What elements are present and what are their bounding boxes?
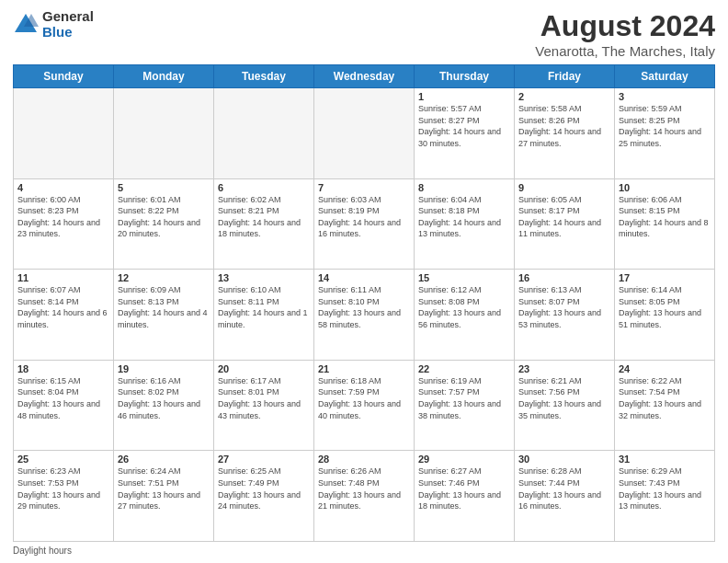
week-row-1: 4Sunrise: 6:00 AMSunset: 8:23 PMDaylight… xyxy=(14,178,715,270)
cell-1-0: 4Sunrise: 6:00 AMSunset: 8:23 PMDaylight… xyxy=(14,178,114,270)
day-info-14: Sunrise: 6:11 AMSunset: 8:10 PMDaylight:… xyxy=(318,284,410,330)
calendar-body: 1Sunrise: 5:57 AMSunset: 8:27 PMDaylight… xyxy=(14,88,715,542)
day-info-23: Sunrise: 6:21 AMSunset: 7:56 PMDaylight:… xyxy=(518,375,610,421)
cell-4-3: 28Sunrise: 6:26 AMSunset: 7:48 PMDayligh… xyxy=(314,451,415,542)
day-number-27: 27 xyxy=(218,454,310,465)
cell-0-3 xyxy=(314,88,415,179)
day-info-1: Sunrise: 5:57 AMSunset: 8:27 PMDaylight:… xyxy=(418,103,510,149)
cell-0-5: 2Sunrise: 5:58 AMSunset: 8:26 PMDaylight… xyxy=(515,88,615,179)
day-number-17: 17 xyxy=(619,272,711,283)
cell-1-6: 10Sunrise: 6:06 AMSunset: 8:15 PMDayligh… xyxy=(615,178,715,270)
cell-4-2: 27Sunrise: 6:25 AMSunset: 7:49 PMDayligh… xyxy=(214,451,314,542)
day-info-17: Sunrise: 6:14 AMSunset: 8:05 PMDaylight:… xyxy=(619,284,711,330)
day-number-25: 25 xyxy=(17,454,109,465)
day-info-19: Sunrise: 6:16 AMSunset: 8:02 PMDaylight:… xyxy=(118,375,210,421)
logo-general: General xyxy=(42,9,94,25)
page: General Blue August 2024 Venarotta, The … xyxy=(0,0,728,563)
cell-1-2: 6Sunrise: 6:02 AMSunset: 8:21 PMDaylight… xyxy=(214,178,314,270)
logo: General Blue xyxy=(13,9,94,40)
day-number-11: 11 xyxy=(17,272,109,283)
day-info-3: Sunrise: 5:59 AMSunset: 8:25 PMDaylight:… xyxy=(619,103,711,149)
cell-0-1 xyxy=(114,88,214,179)
footer: Daylight hours xyxy=(13,546,715,556)
title-section: August 2024 Venarotta, The Marches, Ital… xyxy=(535,9,715,59)
day-info-11: Sunrise: 6:07 AMSunset: 8:14 PMDaylight:… xyxy=(17,284,109,330)
cell-4-4: 29Sunrise: 6:27 AMSunset: 7:46 PMDayligh… xyxy=(415,451,515,542)
cell-3-6: 24Sunrise: 6:22 AMSunset: 7:54 PMDayligh… xyxy=(615,360,715,451)
cell-1-5: 9Sunrise: 6:05 AMSunset: 8:17 PMDaylight… xyxy=(515,178,615,270)
week-row-4: 25Sunrise: 6:23 AMSunset: 7:53 PMDayligh… xyxy=(14,451,715,542)
day-number-12: 12 xyxy=(118,272,210,283)
cell-3-1: 19Sunrise: 6:16 AMSunset: 8:02 PMDayligh… xyxy=(114,360,214,451)
day-info-25: Sunrise: 6:23 AMSunset: 7:53 PMDaylight:… xyxy=(17,465,109,511)
day-number-4: 4 xyxy=(17,182,109,193)
cell-2-1: 12Sunrise: 6:09 AMSunset: 8:13 PMDayligh… xyxy=(114,270,214,361)
cell-2-5: 16Sunrise: 6:13 AMSunset: 8:07 PMDayligh… xyxy=(515,270,615,361)
cell-0-6: 3Sunrise: 5:59 AMSunset: 8:25 PMDaylight… xyxy=(615,88,715,179)
col-wednesday: Wednesday xyxy=(314,65,415,88)
day-info-7: Sunrise: 6:03 AMSunset: 8:19 PMDaylight:… xyxy=(318,194,410,240)
day-info-16: Sunrise: 6:13 AMSunset: 8:07 PMDaylight:… xyxy=(518,284,610,330)
day-info-12: Sunrise: 6:09 AMSunset: 8:13 PMDaylight:… xyxy=(118,284,210,330)
day-info-6: Sunrise: 6:02 AMSunset: 8:21 PMDaylight:… xyxy=(218,194,310,240)
day-number-6: 6 xyxy=(218,182,310,193)
day-number-1: 1 xyxy=(418,91,510,102)
day-number-3: 3 xyxy=(619,91,711,102)
day-number-7: 7 xyxy=(318,182,410,193)
day-info-18: Sunrise: 6:15 AMSunset: 8:04 PMDaylight:… xyxy=(17,375,109,421)
cell-3-5: 23Sunrise: 6:21 AMSunset: 7:56 PMDayligh… xyxy=(515,360,615,451)
day-info-27: Sunrise: 6:25 AMSunset: 7:49 PMDaylight:… xyxy=(218,465,310,511)
day-info-29: Sunrise: 6:27 AMSunset: 7:46 PMDaylight:… xyxy=(418,465,510,511)
day-number-14: 14 xyxy=(318,272,410,283)
day-info-28: Sunrise: 6:26 AMSunset: 7:48 PMDaylight:… xyxy=(318,465,410,511)
cell-2-2: 13Sunrise: 6:10 AMSunset: 8:11 PMDayligh… xyxy=(214,270,314,361)
day-number-13: 13 xyxy=(218,272,310,283)
day-number-22: 22 xyxy=(418,363,510,374)
col-tuesday: Tuesday xyxy=(214,65,314,88)
subtitle: Venarotta, The Marches, Italy xyxy=(535,43,715,59)
day-number-24: 24 xyxy=(619,363,711,374)
day-number-28: 28 xyxy=(318,454,410,465)
day-info-24: Sunrise: 6:22 AMSunset: 7:54 PMDaylight:… xyxy=(619,375,711,421)
col-thursday: Thursday xyxy=(415,65,515,88)
day-number-21: 21 xyxy=(318,363,410,374)
cell-2-0: 11Sunrise: 6:07 AMSunset: 8:14 PMDayligh… xyxy=(14,270,114,361)
top-section: General Blue August 2024 Venarotta, The … xyxy=(13,9,715,59)
day-number-9: 9 xyxy=(518,182,610,193)
day-number-20: 20 xyxy=(218,363,310,374)
cell-4-0: 25Sunrise: 6:23 AMSunset: 7:53 PMDayligh… xyxy=(14,451,114,542)
day-number-29: 29 xyxy=(418,454,510,465)
day-info-21: Sunrise: 6:18 AMSunset: 7:59 PMDaylight:… xyxy=(318,375,410,421)
cell-3-0: 18Sunrise: 6:15 AMSunset: 8:04 PMDayligh… xyxy=(14,360,114,451)
day-number-26: 26 xyxy=(118,454,210,465)
cell-2-6: 17Sunrise: 6:14 AMSunset: 8:05 PMDayligh… xyxy=(615,270,715,361)
day-info-2: Sunrise: 5:58 AMSunset: 8:26 PMDaylight:… xyxy=(518,103,610,149)
col-monday: Monday xyxy=(114,65,214,88)
week-row-2: 11Sunrise: 6:07 AMSunset: 8:14 PMDayligh… xyxy=(14,270,715,361)
day-number-18: 18 xyxy=(17,363,109,374)
logo-icon xyxy=(13,12,39,38)
day-info-20: Sunrise: 6:17 AMSunset: 8:01 PMDaylight:… xyxy=(218,375,310,421)
day-info-26: Sunrise: 6:24 AMSunset: 7:51 PMDaylight:… xyxy=(118,465,210,511)
cell-3-3: 21Sunrise: 6:18 AMSunset: 7:59 PMDayligh… xyxy=(314,360,415,451)
calendar-header: Sunday Monday Tuesday Wednesday Thursday… xyxy=(14,65,715,88)
day-number-19: 19 xyxy=(118,363,210,374)
day-number-10: 10 xyxy=(619,182,711,193)
col-saturday: Saturday xyxy=(615,65,715,88)
col-friday: Friday xyxy=(515,65,615,88)
day-number-8: 8 xyxy=(418,182,510,193)
week-row-3: 18Sunrise: 6:15 AMSunset: 8:04 PMDayligh… xyxy=(14,360,715,451)
cell-0-0 xyxy=(14,88,114,179)
cell-2-3: 14Sunrise: 6:11 AMSunset: 8:10 PMDayligh… xyxy=(314,270,415,361)
cell-3-2: 20Sunrise: 6:17 AMSunset: 8:01 PMDayligh… xyxy=(214,360,314,451)
day-number-16: 16 xyxy=(518,272,610,283)
cell-1-4: 8Sunrise: 6:04 AMSunset: 8:18 PMDaylight… xyxy=(415,178,515,270)
cell-4-6: 31Sunrise: 6:29 AMSunset: 7:43 PMDayligh… xyxy=(615,451,715,542)
day-number-31: 31 xyxy=(619,454,711,465)
cell-0-2 xyxy=(214,88,314,179)
week-row-0: 1Sunrise: 5:57 AMSunset: 8:27 PMDaylight… xyxy=(14,88,715,179)
day-number-5: 5 xyxy=(118,182,210,193)
day-info-15: Sunrise: 6:12 AMSunset: 8:08 PMDaylight:… xyxy=(418,284,510,330)
main-title: August 2024 xyxy=(535,9,715,43)
cell-1-3: 7Sunrise: 6:03 AMSunset: 8:19 PMDaylight… xyxy=(314,178,415,270)
